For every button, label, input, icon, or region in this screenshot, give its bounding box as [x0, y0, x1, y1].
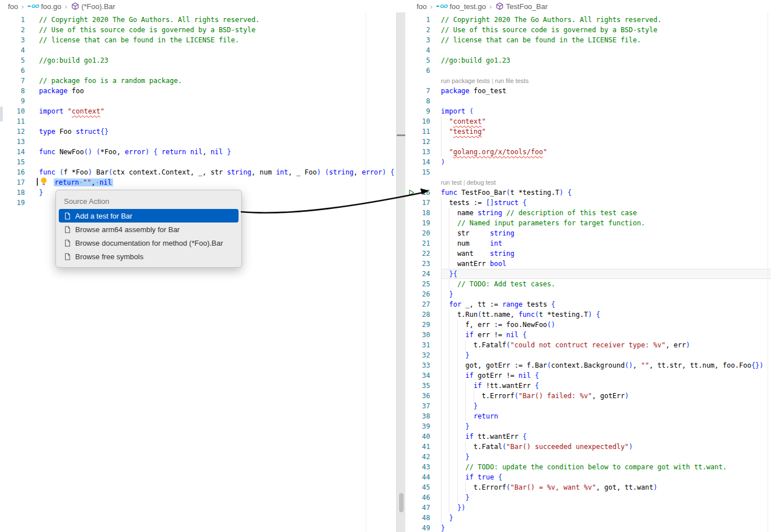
code-line[interactable]: 18 name string // description of this te… [405, 208, 771, 218]
code-line[interactable]: 20 str string [405, 228, 771, 238]
breadcrumb-item[interactable]: foo_test.go [449, 2, 486, 11]
code-line[interactable]: 33 got, gotErr := f.Bar(context.Backgrou… [405, 360, 771, 370]
code-line[interactable]: 14func NewFoo() (*Foo, error) { return n… [0, 147, 396, 157]
code-line[interactable]: 44 if true { [405, 472, 771, 482]
code-line[interactable]: 47 }) [405, 503, 771, 513]
code-line[interactable]: 39 } [405, 421, 771, 431]
codelens-link[interactable]: debug test [467, 179, 496, 186]
code-line[interactable]: 2// Use of this source code is governed … [405, 25, 771, 35]
breadcrumb-item[interactable]: TestFoo_Bar [506, 2, 548, 11]
code-line[interactable]: 36 t.Errorf("Bar() failed: %v", gotErr) [405, 391, 771, 401]
run-test-icon[interactable] [405, 187, 417, 198]
code-line[interactable]: 30 if err != nil { [405, 330, 771, 340]
code-line[interactable]: 4 [0, 45, 396, 55]
code-line[interactable]: 17 tests := []struct { [405, 198, 771, 208]
breadcrumb-item[interactable]: foo.go [41, 2, 61, 11]
code-line[interactable]: 23 wantErr bool [405, 259, 771, 269]
code-line[interactable]: 6 [405, 66, 771, 76]
code-line[interactable]: 14) [405, 157, 771, 167]
code-line[interactable]: 48 } [405, 513, 771, 523]
code-line[interactable]: 13 "golang.org/x/tools/foo" [405, 147, 771, 157]
code-line[interactable]: 37 } [405, 401, 771, 411]
code-line[interactable]: 40 if tt.wantErr { [405, 431, 771, 442]
glyph-margin [405, 370, 417, 381]
code-line[interactable]: 35 if !tt.wantErr { [405, 381, 771, 391]
codelens-row[interactable]: run package tests | run file tests [405, 76, 771, 86]
code-line[interactable]: 25 // TODO: Add test cases. [405, 279, 771, 289]
breadcrumb-item[interactable]: foo [417, 2, 427, 11]
code-line[interactable]: 7package foo_test [405, 86, 771, 96]
code-line[interactable]: 3// license that can be found in the LIC… [0, 35, 396, 45]
code-line[interactable]: 2// Use of this source code is governed … [0, 25, 396, 35]
code-line[interactable]: 11 "testing" [405, 127, 771, 137]
code-line[interactable]: 3// license that can be found in the LIC… [405, 35, 771, 45]
code-editor[interactable]: 1// Copyright 2020 The Go Authors. All r… [0, 12, 396, 208]
line-number: 47 [417, 503, 430, 513]
line-number: 16 [417, 187, 430, 198]
codelens-link[interactable]: run test [441, 179, 462, 186]
code-line[interactable]: 16func (f *Foo) Bar(ctx context.Context,… [0, 167, 396, 177]
code-line[interactable]: 9 [0, 96, 396, 106]
code-line[interactable]: 38 return [405, 411, 771, 421]
lightbulb-icon[interactable] [40, 177, 47, 189]
code-line[interactable]: 1// Copyright 2020 The Go Authors. All r… [0, 15, 396, 25]
pane-divider-scrollbar[interactable] [396, 12, 405, 532]
code-line[interactable]: 12type Foo struct{} [0, 127, 396, 137]
code-line[interactable]: 26 } [405, 289, 771, 299]
code-line[interactable]: 11 [0, 116, 396, 127]
code-line[interactable]: 42 } [405, 452, 771, 462]
code-line[interactable]: 45 t.Errorf("Bar() = %v, want %v", got, … [405, 482, 771, 492]
code-line[interactable]: 21 num int [405, 238, 771, 248]
menu-item-label: Add a test for Bar [75, 212, 132, 220]
codelens-link[interactable]: run file tests [495, 77, 529, 84]
code-text: } [441, 513, 771, 523]
menu-item[interactable]: Add a test for Bar [59, 209, 239, 223]
code-line[interactable]: 10import "context" [0, 106, 396, 116]
breadcrumb-item[interactable]: foo [8, 2, 18, 11]
code-line[interactable]: 7// package foo is a random package. [0, 76, 396, 86]
menu-item[interactable]: Browse free symbols [59, 250, 239, 263]
code-line[interactable]: 24 }{ [405, 269, 771, 279]
code-line[interactable]: 32 } [405, 350, 771, 360]
code-line[interactable]: 22 want string [405, 248, 771, 259]
code-line[interactable]: 29 f, err := foo.NewFoo() [405, 320, 771, 330]
codelens-row[interactable]: run test | debug test [405, 177, 771, 187]
code-line[interactable]: 41 t.Fatal("Bar() succeeded unexpectedly… [405, 442, 771, 452]
code-text: return·"",·nil [39, 177, 396, 187]
menu-item[interactable]: Browse arm64 assembly for Bar [59, 223, 239, 236]
code-line[interactable]: 16func TestFoo_Bar(t *testing.T) { [405, 187, 771, 198]
line-number: 5 [417, 55, 430, 66]
code-editor[interactable]: 1// Copyright 2020 The Go Authors. All r… [405, 12, 771, 532]
code-line[interactable]: 28 t.Run(tt.name, func(t *testing.T) { [405, 309, 771, 320]
code-line[interactable]: 19 // Named input parameters for target … [405, 218, 771, 228]
code-line[interactable]: 1// Copyright 2020 The Go Authors. All r… [405, 15, 771, 25]
code-line[interactable]: 49} [405, 523, 771, 532]
codelens-link[interactable]: run package tests [441, 77, 490, 84]
code-line[interactable]: 43 // TODO: update the condition below t… [405, 462, 771, 472]
code-line[interactable]: 9import ( [405, 106, 771, 116]
code-line[interactable]: 5//go:build go1.23 [0, 55, 396, 66]
code-line[interactable]: 17return·"",·nil [0, 177, 396, 187]
code-text: }{ [441, 269, 771, 279]
code-line[interactable]: 34 if gotErr != nil { [405, 370, 771, 381]
scrollbar-thumb[interactable] [399, 493, 404, 512]
code-line[interactable]: 10 "context" [405, 116, 771, 127]
overview-ruler-marker [0, 107, 3, 121]
code-line[interactable]: 13 [0, 137, 396, 147]
code-line[interactable]: 15 [0, 157, 396, 167]
code-line[interactable]: 4 [405, 45, 771, 55]
code-line[interactable]: 27 for _, tt := range tests { [405, 299, 771, 309]
menu-item-label: Browse documentation for method (*Foo).B… [75, 239, 223, 247]
code-line[interactable]: 5//go:build go1.23 [405, 55, 771, 66]
code-line[interactable]: 8package foo [0, 86, 396, 96]
code-line[interactable]: 12 [405, 137, 771, 147]
code-line[interactable]: 31 t.Fatalf("could not contruct receiver… [405, 340, 771, 350]
code-line[interactable]: 46 } [405, 492, 771, 503]
code-line[interactable]: 6 [0, 66, 396, 76]
breadcrumb-item[interactable]: (*Foo).Bar [81, 2, 115, 11]
glyph-margin [405, 198, 417, 208]
code-line[interactable]: 15 [405, 167, 771, 177]
code-line[interactable]: 8 [405, 96, 771, 106]
menu-item[interactable]: Browse documentation for method (*Foo).B… [59, 236, 239, 250]
breadcrumb: foo›GOfoo_test.go›TestFoo_Bar [405, 0, 771, 12]
